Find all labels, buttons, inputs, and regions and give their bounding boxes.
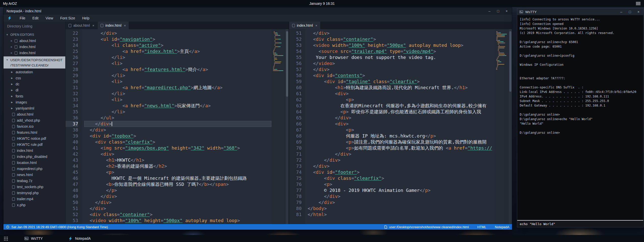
- code-line[interactable]: </div>: [308, 30, 495, 36]
- maximize-button[interactable]: □: [494, 8, 502, 15]
- code-line[interactable]: </li>: [84, 54, 271, 60]
- code-line[interactable]: <b>你知道我們全線伺服器已轉用 SSD 了嗎?</b></span>: [84, 181, 271, 187]
- line-number[interactable]: 48: [66, 187, 78, 193]
- code-editor[interactable]: 2223242526272829303132333435363738394041…: [66, 29, 289, 224]
- line-number[interactable]: 55: [289, 54, 302, 60]
- line-number[interactable]: 47: [66, 181, 78, 187]
- line-number[interactable]: 57: [289, 66, 302, 73]
- code-line[interactable]: <div>: [84, 151, 271, 157]
- line-number[interactable]: 26: [66, 54, 78, 60]
- line-number[interactable]: 31: [66, 85, 78, 91]
- code-line[interactable]: </div>: [308, 115, 495, 121]
- file-item-about.html[interactable]: about.html: [4, 111, 65, 117]
- code-line[interactable]: </li>: [84, 73, 271, 79]
- terminal-output[interactable]: [info] Connecting to arozos WsTTY servic…: [517, 15, 643, 220]
- line-number[interactable]: 33: [66, 97, 78, 103]
- code-line[interactable]: </div>: [84, 205, 271, 212]
- code-line[interactable]: <p>: [308, 127, 495, 133]
- folder-item-css[interactable]: ▶css: [4, 75, 65, 81]
- folder-item-autostation[interactable]: ▶autostation: [4, 69, 65, 75]
- wstty-titlebar[interactable]: WsTTY – □ ×: [517, 9, 643, 15]
- code-line[interactable]: </ul>: [84, 115, 271, 121]
- file-item-x.php[interactable]: x.php: [4, 202, 65, 208]
- code-line[interactable]: </video>: [308, 60, 495, 66]
- file-item-HKWTC notice.pdf[interactable]: HKWTC notice.pdf: [4, 135, 65, 142]
- line-number[interactable]: 76: [289, 181, 302, 187]
- code-line[interactable]: <video width="100%" height="500px" autop…: [84, 218, 271, 224]
- line-number[interactable]: 56: [289, 60, 302, 66]
- line-number[interactable]: 43: [66, 157, 78, 163]
- line-number[interactable]: 44: [66, 163, 78, 169]
- code-line[interactable]: </div>: [84, 193, 271, 199]
- file-item-index.html[interactable]: index.html: [4, 148, 65, 154]
- code-line[interactable]: </div>: [308, 199, 495, 205]
- line-number[interactable]: 27: [66, 60, 78, 66]
- folder-item-fonts[interactable]: ▶fonts: [4, 93, 65, 99]
- code-line[interactable]: <p>如有問題或需要申請白名單,歡迎加入我們的 <a href="https:/…: [308, 145, 495, 151]
- code-line[interactable]: </li>: [84, 91, 271, 97]
- close-button[interactable]: ×: [634, 9, 643, 15]
- code-line[interactable]: </div>: [84, 127, 271, 133]
- open-editor-item-about.html[interactable]: ×about.html: [4, 38, 65, 44]
- line-number[interactable]: 36: [66, 115, 78, 121]
- menu-help[interactable]: Help: [82, 16, 89, 20]
- code-line[interactable]: <video width="100%" height="500px" autop…: [308, 42, 495, 48]
- file-item-features.html[interactable]: features.html: [4, 129, 65, 135]
- open-editors-section[interactable]: ▼ OPEN EDITORS: [4, 32, 65, 38]
- line-number[interactable]: 25: [66, 48, 78, 54]
- code-line[interactable]: <li>: [84, 60, 271, 66]
- app-grid-button[interactable]: [0, 235, 12, 242]
- line-number[interactable]: 51: [289, 30, 302, 36]
- code-line[interactable]: <li>: [84, 97, 271, 103]
- code-area[interactable]: </div> <ul id="navigation"> <li class="a…: [82, 29, 271, 224]
- line-number[interactable]: 23: [66, 36, 78, 42]
- tab-index.html[interactable]: index.html×: [98, 22, 129, 29]
- code-line[interactable]: <div id="topbox">: [84, 133, 271, 139]
- code-line[interactable]: <div id="contents">: [308, 73, 495, 79]
- file-item-news.html[interactable]: news.html: [4, 172, 65, 178]
- terminal-input[interactable]: echo "Hello World": [517, 220, 643, 227]
- scrollbar-thumb[interactable]: [509, 31, 511, 92]
- tab-close-icon[interactable]: ×: [92, 24, 94, 27]
- menu-font-size[interactable]: Font Size: [60, 16, 75, 20]
- file-item-HKWTC rule.pdf[interactable]: HKWTC rule.pdf: [4, 142, 65, 148]
- line-number[interactable]: 61: [289, 91, 302, 97]
- code-line[interactable]: </div>: [308, 151, 495, 157]
- line-number[interactable]: 67: [289, 127, 302, 133]
- code-line[interactable]: </div>: [84, 199, 271, 205]
- code-line[interactable]: </p>: [84, 187, 271, 193]
- code-line[interactable]: © 2018 - 2019 HKWTC Animation Gamer</p>: [308, 187, 495, 193]
- code-line[interactable]: <div class="clearfix">: [308, 175, 495, 181]
- statusbar-language[interactable]: HTML: [477, 225, 486, 229]
- code-line[interactable]: <p>: [308, 181, 495, 187]
- code-line[interactable]: <h1>HKWTC</h1>: [84, 157, 271, 163]
- minimap[interactable]: [495, 29, 509, 224]
- line-number[interactable]: 64: [289, 109, 302, 115]
- line-number[interactable]: 66: [289, 121, 302, 127]
- line-number[interactable]: 32: [66, 91, 78, 97]
- line-number[interactable]: 50: [66, 199, 78, 205]
- code-line[interactable]: <a href="features.html">簡介</a>: [84, 66, 271, 73]
- code-line[interactable]: <ul id="navigation">: [84, 36, 271, 42]
- line-number[interactable]: 53: [66, 218, 78, 224]
- code-line[interactable]: <div class="container">: [84, 212, 271, 218]
- line-number[interactable]: 80: [289, 205, 302, 212]
- code-line[interactable]: <h1>特別為建築及鐵路而設,現代化的 Minecraft 世界.</h1>: [308, 85, 495, 91]
- code-line[interactable]: </div>: [308, 66, 495, 73]
- line-number[interactable]: 24: [66, 42, 78, 48]
- code-line[interactable]: <a href="index.html">主頁</a>: [84, 48, 271, 54]
- line-number[interactable]: 34: [66, 103, 78, 109]
- line-number[interactable]: 75: [289, 175, 302, 181]
- line-number[interactable]: 51: [66, 205, 78, 212]
- line-number[interactable]: 46: [66, 175, 78, 181]
- code-line[interactable]: </body>: [308, 205, 495, 212]
- code-line[interactable]: <div class="container">: [308, 36, 495, 42]
- notepada-titlebar[interactable]: NotepadA - index.html – □ ×: [4, 8, 512, 15]
- line-number[interactable]: 35: [66, 109, 78, 115]
- minimize-button[interactable]: –: [617, 9, 626, 15]
- minimap[interactable]: [271, 29, 286, 224]
- folder-item-dl[interactable]: ▶dl: [4, 87, 65, 93]
- file-item-add_vhost.php[interactable]: add_vhost.php: [4, 117, 65, 123]
- file-item-test_sockets.php[interactable]: test_sockets.php: [4, 184, 65, 190]
- line-number[interactable]: 72: [289, 157, 302, 163]
